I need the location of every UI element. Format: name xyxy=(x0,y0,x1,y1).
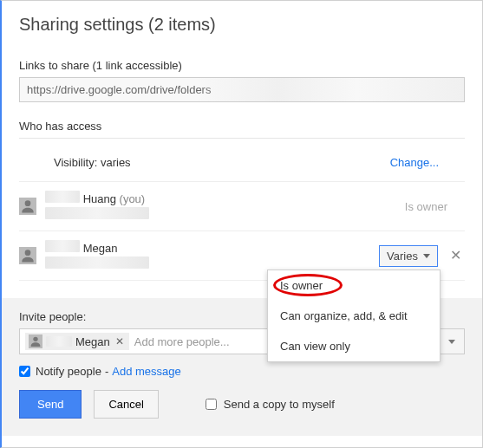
dash: - xyxy=(105,365,108,378)
send-copy-checkbox[interactable] xyxy=(206,399,217,410)
permission-option-edit[interactable]: Can organize, add, & edit xyxy=(268,301,440,331)
notify-label: Notify people xyxy=(36,365,101,378)
redaction-overlay xyxy=(45,240,80,252)
chip-name: Megan xyxy=(75,335,110,348)
visibility-label: Visibility: varies xyxy=(54,156,131,169)
redaction-overlay xyxy=(45,191,80,203)
svg-point-0 xyxy=(25,200,31,206)
option-label: Is owner xyxy=(280,279,323,292)
access-row-user: Megan Varies ✕ Is owner Can organize, ad… xyxy=(19,231,465,281)
share-link-text: https://drive.google.com/drive/folders xyxy=(27,83,211,96)
cancel-button[interactable]: Cancel xyxy=(94,390,158,419)
caret-down-icon xyxy=(448,340,455,344)
redaction-overlay xyxy=(198,78,464,101)
permission-option-view[interactable]: Can view only xyxy=(268,331,440,361)
caret-down-icon xyxy=(423,254,430,258)
access-row-owner: Huang (you) Is owner xyxy=(19,182,465,231)
send-copy-label: Send a copy to myself xyxy=(224,398,335,411)
person-icon xyxy=(29,334,42,348)
permission-dropdown-button[interactable]: Varies xyxy=(379,245,438,267)
redaction-overlay xyxy=(45,207,149,219)
permission-current: Varies xyxy=(387,250,418,263)
person-icon xyxy=(19,198,36,215)
permission-option-owner[interactable]: Is owner xyxy=(268,270,440,301)
person-name: Megan xyxy=(83,242,118,255)
redaction-overlay xyxy=(46,336,72,347)
dialog-title: Sharing settings (2 items) xyxy=(19,15,465,35)
access-heading: Who has access xyxy=(19,120,465,133)
person-chip: Megan ✕ xyxy=(25,333,129,350)
svg-point-1 xyxy=(25,250,31,256)
role-label-owner: Is owner xyxy=(405,200,465,213)
person-name: Huang xyxy=(83,192,116,205)
chip-remove-button[interactable]: ✕ xyxy=(114,335,126,347)
send-button[interactable]: Send xyxy=(19,390,82,419)
links-label: Links to share (1 link accessible) xyxy=(19,59,465,72)
share-link-input[interactable]: https://drive.google.com/drive/folders xyxy=(19,77,465,102)
invite-placeholder: Add more people... xyxy=(134,335,230,348)
you-suffix: (you) xyxy=(120,192,146,205)
permission-dropdown-menu: Is owner Can organize, add, & edit Can v… xyxy=(267,269,441,362)
svg-point-2 xyxy=(33,337,37,341)
remove-user-button[interactable]: ✕ xyxy=(450,249,461,263)
change-visibility-link[interactable]: Change... xyxy=(390,156,465,169)
notify-checkbox[interactable] xyxy=(19,366,30,377)
redaction-overlay xyxy=(45,256,149,269)
add-message-link[interactable]: Add message xyxy=(112,365,181,378)
divider xyxy=(19,138,465,139)
person-icon xyxy=(19,247,36,264)
